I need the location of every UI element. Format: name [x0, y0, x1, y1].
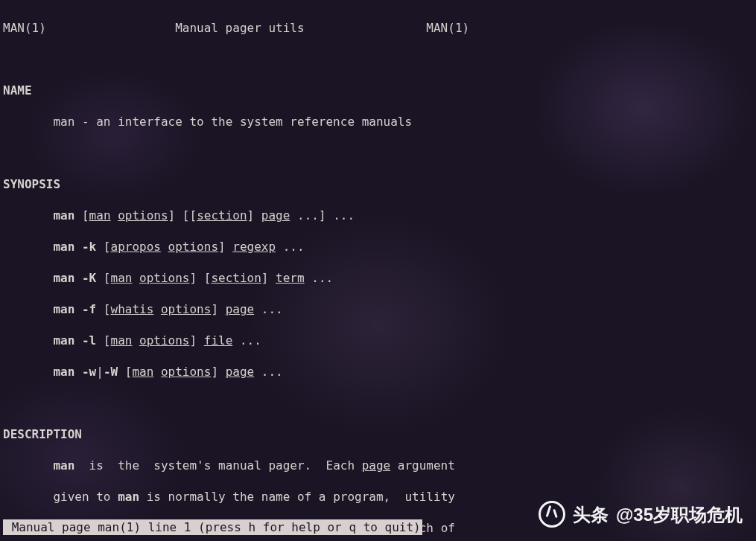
watermark: 头条 @35岁职场危机	[539, 501, 743, 528]
watermark-handle: @35岁职场危机	[616, 507, 743, 522]
name-line: man - an interface to the system referen…	[3, 114, 753, 129]
pager-status-line[interactable]: Manual page man(1) line 1 (press h for h…	[3, 519, 422, 535]
blank	[3, 145, 753, 161]
synopsis-line: man [man options] [[section] page ...] .…	[3, 208, 753, 223]
section-header-name: NAME	[3, 83, 753, 98]
synopsis-line: man -k [apropos options] regexp ...	[3, 239, 753, 255]
synopsis-line: man -l [man options] file ...	[3, 333, 753, 348]
desc-line: man is the system's manual pager. Each p…	[3, 458, 753, 473]
synopsis-line: man -K [man options] [section] term ...	[3, 270, 753, 286]
header-line: MAN(1) Manual pager utils MAN(1)	[3, 20, 753, 36]
section-header-synopsis: SYNOPSIS	[3, 176, 753, 192]
terminal-pager[interactable]: MAN(1) Manual pager utils MAN(1) NAME ma…	[0, 0, 756, 541]
toutiao-logo-icon	[539, 501, 565, 528]
section-header-description: DESCRIPTION	[3, 426, 753, 442]
synopsis-line: man -w|-W [man options] page ...	[3, 364, 753, 380]
blank	[3, 51, 753, 67]
blank	[3, 395, 753, 411]
synopsis-line: man -f [whatis options] page ...	[3, 301, 753, 317]
watermark-badge: 头条	[573, 507, 609, 522]
